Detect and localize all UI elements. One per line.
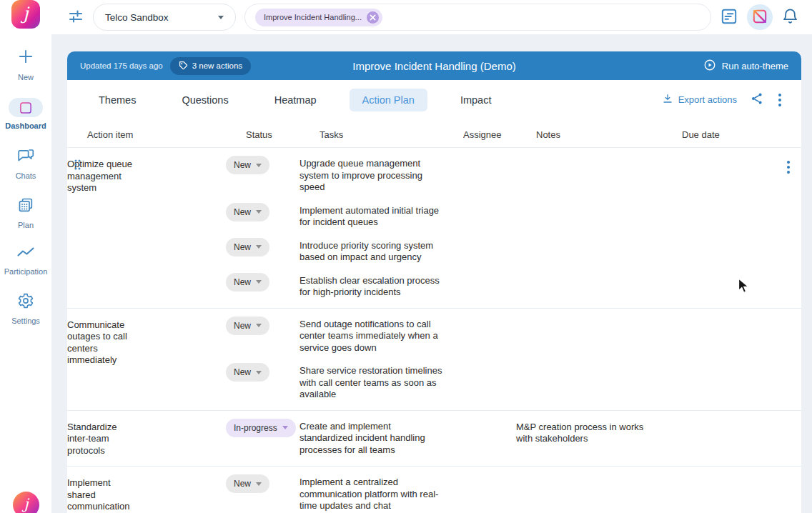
task-text[interactable]: Establish clear escalation process for h… xyxy=(299,273,442,299)
notes-cell[interactable] xyxy=(516,474,662,513)
org-selector[interactable]: Telco Sandbox xyxy=(93,4,236,31)
chevron-down-icon xyxy=(256,482,262,486)
task-text[interactable]: Introduce priority scoring system based … xyxy=(299,238,442,264)
col-header-action-item: Action item xyxy=(87,129,246,140)
new-actions-badge-label: 3 new actions xyxy=(192,61,242,70)
status-label: New xyxy=(234,207,251,217)
share-button[interactable] xyxy=(750,91,764,108)
sidebar-item-chats[interactable]: Chats xyxy=(16,146,36,180)
action-row: Communicate outages to call centers imme… xyxy=(67,309,801,411)
tasks-cell: In-progress Create and implement standar… xyxy=(226,419,443,457)
status-dropdown[interactable]: New xyxy=(226,156,269,174)
tasks-cell: New Send outage notifications to call ce… xyxy=(226,317,443,401)
tasks-cell: New Implement a centralized communicatio… xyxy=(226,474,443,513)
chevron-down-icon xyxy=(218,16,224,19)
status-dropdown[interactable]: In-progress xyxy=(226,419,296,437)
theme-card: Updated 175 days ago 3 new actions Impro… xyxy=(67,51,801,513)
dashboard-chart-icon xyxy=(9,98,43,117)
sidebar-item-participation[interactable]: Participation xyxy=(4,246,48,276)
due-date-cell[interactable] xyxy=(662,156,748,299)
notifications-button[interactable] xyxy=(781,7,799,27)
chevron-down-icon xyxy=(256,245,262,249)
trend-line-icon xyxy=(16,246,36,263)
tasks-cell: New Upgrade queue management system to i… xyxy=(226,156,443,299)
run-auto-theme-label: Run auto-theme xyxy=(722,61,788,71)
close-icon xyxy=(370,14,376,21)
task-text[interactable]: Share service restoration timelines with… xyxy=(299,363,442,401)
col-header-tasks: Tasks xyxy=(320,129,463,140)
status-label: New xyxy=(234,160,251,170)
status-dropdown[interactable]: New xyxy=(226,238,269,256)
assignee-cell[interactable] xyxy=(443,317,516,401)
tab-themes[interactable]: Themes xyxy=(86,89,149,111)
task-text[interactable]: Upgrade queue management system to impro… xyxy=(299,156,442,194)
more-options-button[interactable] xyxy=(777,92,783,108)
row-more-options-button[interactable] xyxy=(786,159,791,175)
chevron-down-icon xyxy=(256,371,262,374)
task-text[interactable]: Send outage notifications to call center… xyxy=(299,317,442,354)
filter-chip-label: Improve Incident Handling... xyxy=(264,13,362,21)
task-row: New Introduce priority scoring system ba… xyxy=(226,238,443,264)
due-date-cell[interactable] xyxy=(662,317,748,401)
status-label: New xyxy=(234,367,251,377)
filter-chip: Improve Incident Handling... xyxy=(255,9,382,26)
run-auto-theme-button[interactable]: Run auto-theme xyxy=(703,59,788,74)
new-actions-badge[interactable]: 3 new actions xyxy=(170,57,251,75)
download-icon xyxy=(662,93,673,106)
task-row: New Implement automated initial triage f… xyxy=(226,203,443,229)
notes-cell[interactable]: M&P creation process in works with stake… xyxy=(516,419,662,457)
gear-icon xyxy=(17,292,34,312)
action-item-title[interactable]: Implement shared communication platform xyxy=(67,474,140,513)
due-date-cell[interactable] xyxy=(662,474,748,513)
sidebar-item-new[interactable]: New xyxy=(16,47,35,81)
assignee-cell[interactable] xyxy=(443,156,516,299)
help-widget-button[interactable]: j xyxy=(13,492,39,513)
auto-theme-toggle-button[interactable] xyxy=(747,4,773,30)
task-row: New Implement a centralized communicatio… xyxy=(226,474,443,513)
task-text[interactable]: Create and implement standardized incide… xyxy=(299,419,442,457)
survey-form-icon xyxy=(720,7,738,28)
search-input[interactable]: Improve Incident Handling... xyxy=(244,4,711,31)
status-label: In-progress xyxy=(234,423,277,433)
tab-action-plan[interactable]: Action Plan xyxy=(350,89,427,111)
task-row: New Share service restoration timelines … xyxy=(226,363,443,401)
tab-bar: Themes Questions Heatmap Action Plan Imp… xyxy=(67,80,801,119)
export-actions-button[interactable]: Export actions xyxy=(662,93,737,106)
sidebar-item-settings[interactable]: Settings xyxy=(11,292,40,325)
drag-handle-icon[interactable] xyxy=(74,159,81,173)
assignee-cell[interactable] xyxy=(443,474,516,513)
sidebar-item-dashboard[interactable]: Dashboard xyxy=(5,98,46,130)
topbar-icons xyxy=(720,4,799,30)
action-item-title[interactable]: Standardize inter-team protocols xyxy=(67,419,140,457)
chevron-down-icon xyxy=(256,164,262,167)
action-item-title[interactable]: Communicate outages to call centers imme… xyxy=(67,317,140,367)
status-dropdown[interactable]: New xyxy=(226,203,269,221)
survey-button[interactable] xyxy=(720,7,738,28)
chip-close-button[interactable] xyxy=(367,11,379,24)
sidebar-item-plan[interactable]: Plan xyxy=(17,196,34,229)
chat-bubbles-icon xyxy=(16,146,35,167)
notes-cell[interactable] xyxy=(516,156,662,299)
filters-button[interactable] xyxy=(67,8,84,27)
action-row: Optimize queue management system New Upg… xyxy=(67,148,801,309)
status-dropdown[interactable]: New xyxy=(226,317,269,335)
tab-heatmap[interactable]: Heatmap xyxy=(262,89,330,111)
task-row: In-progress Create and implement standar… xyxy=(226,419,443,457)
assignee-cell[interactable] xyxy=(443,419,516,457)
task-text[interactable]: Implement a centralized communication pl… xyxy=(299,474,442,513)
status-dropdown[interactable]: New xyxy=(226,273,269,292)
tab-impact[interactable]: Impact xyxy=(447,89,505,111)
notes-text xyxy=(516,474,645,477)
notes-cell[interactable] xyxy=(516,317,662,401)
status-dropdown[interactable]: New xyxy=(226,363,269,382)
sidebar-item-label: Chats xyxy=(16,171,36,180)
app-logo[interactable]: j xyxy=(11,0,40,29)
task-text[interactable]: Implement automated initial triage for i… xyxy=(299,203,442,229)
auto-theme-off-icon xyxy=(751,8,768,27)
sidebar-item-label: Settings xyxy=(11,317,40,325)
tab-questions[interactable]: Questions xyxy=(169,89,241,111)
chevron-down-icon xyxy=(256,210,262,214)
due-date-cell[interactable] xyxy=(662,419,748,457)
status-dropdown[interactable]: New xyxy=(226,474,269,493)
notes-text xyxy=(516,317,645,319)
